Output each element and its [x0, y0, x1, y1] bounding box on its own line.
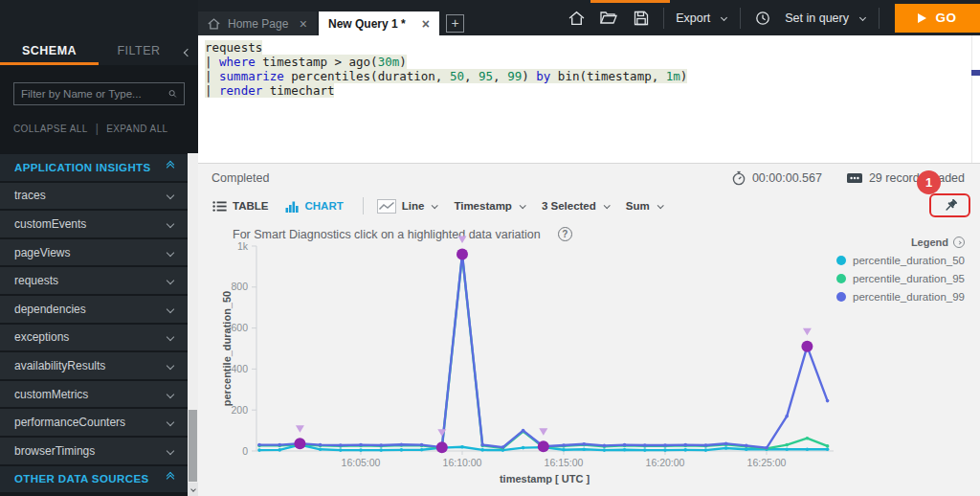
- schema-table-dependencies[interactable]: dependencies: [0, 296, 198, 323]
- schema-table-pageViews[interactable]: pageViews: [0, 239, 198, 266]
- records-icon: [846, 171, 863, 185]
- chevron-down-icon: [657, 202, 663, 209]
- chevron-down-icon[interactable]: [859, 14, 866, 21]
- legend-label: percentile_duration_50: [853, 255, 965, 266]
- sidebar-collapse-icon[interactable]: [185, 42, 190, 59]
- series-dropdown[interactable]: 3 Selected: [542, 200, 609, 212]
- sidebar-actions: COLLAPSE ALL | EXPAND ALL: [13, 122, 198, 135]
- toolbar-divider: [740, 8, 741, 29]
- legend-title: Legend: [911, 237, 948, 248]
- time-range-button[interactable]: [752, 8, 773, 29]
- folder-open-icon: [600, 11, 617, 25]
- svg-text:800: 800: [231, 281, 248, 292]
- tab-schema[interactable]: SCHEMA: [0, 35, 99, 65]
- sidebar-tabs: SCHEMA FILTER: [0, 35, 198, 65]
- schema-table-exceptions[interactable]: exceptions: [0, 325, 198, 351]
- chevron-down-icon: [432, 202, 438, 209]
- scrollbar-thumb[interactable]: [189, 410, 197, 482]
- svg-text:600: 600: [231, 322, 248, 333]
- query-editor[interactable]: requests| where timestamp > ago(30m)| su…: [198, 35, 980, 163]
- line-chart-icon: [377, 199, 396, 214]
- chart-label: CHART: [304, 200, 343, 212]
- x-axis-label: Timestamp: [454, 200, 512, 212]
- sidebar-top-spacer: [0, 0, 198, 35]
- schema-table-requests[interactable]: requests: [0, 267, 198, 294]
- svg-text:16:25:00: 16:25:00: [747, 457, 787, 468]
- tab-home-page[interactable]: Home Page ×: [198, 11, 317, 35]
- aggregation-label: Sum: [626, 200, 650, 212]
- open-file-button[interactable]: [598, 8, 619, 29]
- pin-icon: [942, 197, 959, 214]
- legend-dot: [836, 274, 846, 283]
- svg-text:0: 0: [242, 445, 248, 457]
- tab-filter[interactable]: FILTER: [99, 35, 179, 65]
- legend-dot: [836, 292, 846, 302]
- collapse-all-button[interactable]: COLLAPSE ALL: [13, 124, 88, 134]
- scrollbar-down-arrow[interactable]: [188, 483, 198, 496]
- home-icon: [208, 18, 220, 30]
- series-selected-label: 3 Selected: [542, 200, 596, 212]
- expand-all-button[interactable]: EXPAND ALL: [106, 124, 167, 134]
- svg-text:200: 200: [231, 404, 248, 416]
- legend-label: percentile_duration_95: [853, 273, 965, 284]
- legend-item-percentile_duration_95[interactable]: percentile_duration_95: [836, 273, 965, 284]
- code-line[interactable]: | where timestamp > ago(30m): [205, 55, 980, 69]
- records-group: 29 records loaded: [846, 171, 965, 185]
- chart-view-button[interactable]: CHART: [285, 199, 343, 213]
- schema-table-browserTimings[interactable]: browserTimings: [0, 438, 198, 464]
- double-chevron-up-icon: [167, 476, 173, 482]
- close-icon[interactable]: ×: [422, 16, 430, 32]
- schema-table-performanceCounters[interactable]: performanceCounters: [0, 409, 198, 436]
- svg-text:timestamp [ UTC ]: timestamp [ UTC ]: [500, 473, 590, 485]
- legend-toggle[interactable]: Legend: [836, 237, 965, 248]
- svg-text:percentile_duration_50: percentile_duration_50: [221, 291, 233, 406]
- elapsed-time: 00:00:00.567: [752, 171, 822, 185]
- home-icon: [568, 11, 585, 26]
- schema-table-traces[interactable]: traces: [0, 183, 198, 210]
- code-line[interactable]: requests: [205, 40, 980, 55]
- sidebar-scrollbar[interactable]: [188, 153, 198, 496]
- chevron-down-icon: [167, 192, 174, 199]
- code-line[interactable]: | render timechart: [205, 83, 980, 98]
- home-button[interactable]: [566, 8, 587, 29]
- go-button[interactable]: GO: [895, 4, 980, 33]
- code-line[interactable]: | summarize percentiles(duration, 50, 95…: [205, 69, 980, 83]
- query-tabs: Home Page × New Query 1 * × +: [198, 0, 464, 35]
- timechart[interactable]: For Smart Diagnostics click on a highlig…: [198, 219, 980, 496]
- pin-to-dashboard-button[interactable]: [929, 193, 970, 217]
- results-status-bar: Completed 00:00:00.567 29 records loaded: [198, 164, 980, 192]
- new-tab-button[interactable]: +: [446, 14, 464, 33]
- x-axis-dropdown[interactable]: Timestamp: [454, 200, 524, 212]
- legend-item-percentile_duration_50[interactable]: percentile_duration_50: [836, 255, 965, 266]
- orange-accent-strip: [590, 0, 670, 3]
- toolbar-divider: [879, 8, 880, 29]
- table-label: TABLE: [233, 200, 268, 212]
- svg-text:16:15:00: 16:15:00: [545, 457, 584, 468]
- chevron-down-icon[interactable]: [721, 14, 727, 21]
- clock-icon: [755, 11, 770, 26]
- export-button[interactable]: Export: [676, 11, 710, 25]
- set-in-query-dropdown[interactable]: Set in query: [785, 11, 849, 25]
- tab-new-query[interactable]: New Query 1 * ×: [319, 11, 439, 35]
- sidebar: SCHEMA FILTER COLLAPSE ALL | EXPAND ALL …: [0, 0, 198, 496]
- chevron-down-icon: [167, 220, 174, 228]
- legend-item-percentile_duration_99[interactable]: percentile_duration_99: [836, 291, 965, 303]
- chart-bars-icon: [285, 199, 299, 213]
- schema-table-customMetrics[interactable]: customMetrics: [0, 381, 198, 408]
- schema-table-availabilityResults[interactable]: availabilityResults: [0, 352, 198, 379]
- schema-filter-input[interactable]: [21, 88, 168, 100]
- editor-scrollbar-thumb[interactable]: [971, 70, 980, 76]
- table-view-button[interactable]: TABLE: [212, 200, 268, 213]
- chart-type-dropdown[interactable]: Line: [377, 199, 437, 214]
- aggregation-dropdown[interactable]: Sum: [626, 200, 662, 212]
- chevron-down-icon: [167, 305, 174, 313]
- schema-section-header[interactable]: APPLICATION INSIGHTS: [0, 154, 198, 181]
- close-icon[interactable]: ×: [300, 16, 307, 32]
- play-icon: [918, 13, 926, 23]
- stopwatch-icon: [731, 170, 746, 186]
- schema-table-customEvents[interactable]: customEvents: [0, 211, 198, 237]
- tab-label: New Query 1 *: [328, 17, 414, 31]
- save-button[interactable]: [631, 8, 652, 29]
- schema-section-header[interactable]: OTHER DATA SOURCES: [0, 466, 198, 493]
- query-status: Completed: [212, 171, 269, 185]
